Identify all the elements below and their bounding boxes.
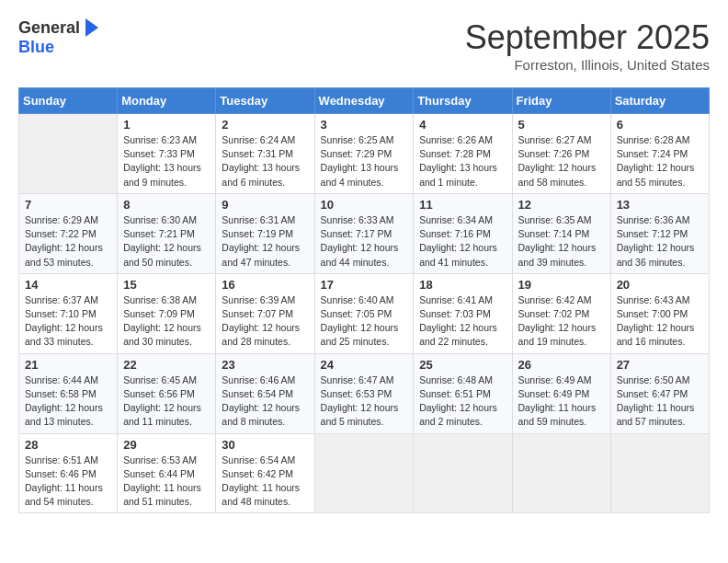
day-info: Sunrise: 6:23 AM Sunset: 7:33 PM Dayligh… (123, 133, 210, 190)
day-info: Sunrise: 6:51 AM Sunset: 6:46 PM Dayligh… (25, 454, 111, 510)
day-number: 17 (321, 278, 408, 292)
calendar-cell: 15Sunrise: 6:38 AM Sunset: 7:09 PM Dayli… (118, 273, 216, 353)
calendar-cell: 2Sunrise: 6:24 AM Sunset: 7:31 PM Daylig… (216, 114, 314, 194)
day-info: Sunrise: 6:53 AM Sunset: 6:44 PM Dayligh… (123, 454, 210, 510)
calendar-cell (512, 433, 610, 513)
day-number: 7 (25, 198, 111, 212)
calendar-cell: 17Sunrise: 6:40 AM Sunset: 7:05 PM Dayli… (314, 273, 414, 353)
calendar-cell: 14Sunrise: 6:37 AM Sunset: 7:10 PM Dayli… (19, 273, 118, 353)
day-info: Sunrise: 6:36 AM Sunset: 7:12 PM Dayligh… (617, 213, 703, 270)
day-number: 16 (222, 278, 308, 292)
day-info: Sunrise: 6:43 AM Sunset: 7:00 PM Dayligh… (617, 293, 703, 350)
day-info: Sunrise: 6:34 AM Sunset: 7:16 PM Dayligh… (419, 213, 506, 270)
calendar-cell: 7Sunrise: 6:29 AM Sunset: 7:22 PM Daylig… (19, 193, 118, 273)
day-number: 27 (617, 358, 703, 372)
day-number: 21 (25, 358, 111, 372)
calendar-header-row: SundayMondayTuesdayWednesdayThursdayFrid… (19, 88, 710, 114)
calendar-cell: 28Sunrise: 6:51 AM Sunset: 6:46 PM Dayli… (19, 433, 118, 513)
day-info: Sunrise: 6:27 AM Sunset: 7:26 PM Dayligh… (518, 133, 605, 190)
calendar-cell: 6Sunrise: 6:28 AM Sunset: 7:24 PM Daylig… (610, 114, 709, 194)
month-title: September 2025 (465, 18, 710, 57)
day-header-monday: Monday (118, 88, 216, 114)
day-number: 29 (123, 438, 210, 452)
calendar-cell: 22Sunrise: 6:45 AM Sunset: 6:56 PM Dayli… (118, 353, 216, 433)
day-info: Sunrise: 6:29 AM Sunset: 7:22 PM Dayligh… (25, 213, 111, 270)
day-info: Sunrise: 6:40 AM Sunset: 7:05 PM Dayligh… (321, 293, 408, 350)
day-number: 25 (419, 358, 506, 372)
calendar-cell: 10Sunrise: 6:33 AM Sunset: 7:17 PM Dayli… (314, 193, 414, 273)
calendar-cell (414, 433, 512, 513)
calendar-table: SundayMondayTuesdayWednesdayThursdayFrid… (18, 87, 710, 513)
calendar-cell: 8Sunrise: 6:30 AM Sunset: 7:21 PM Daylig… (118, 193, 216, 273)
title-section: September 2025 Forreston, Illinois, Unit… (465, 18, 710, 73)
day-number: 6 (617, 118, 703, 132)
calendar-cell: 12Sunrise: 6:35 AM Sunset: 7:14 PM Dayli… (512, 193, 610, 273)
day-number: 10 (321, 198, 408, 212)
page-header: General Blue September 2025 Forreston, I… (18, 18, 710, 73)
calendar-cell: 16Sunrise: 6:39 AM Sunset: 7:07 PM Dayli… (216, 273, 314, 353)
day-info: Sunrise: 6:45 AM Sunset: 6:56 PM Dayligh… (123, 373, 210, 430)
day-number: 2 (222, 118, 308, 132)
day-info: Sunrise: 6:49 AM Sunset: 6:49 PM Dayligh… (518, 373, 605, 430)
calendar-cell: 21Sunrise: 6:44 AM Sunset: 6:58 PM Dayli… (19, 353, 118, 433)
day-header-friday: Friday (512, 88, 610, 114)
day-number: 11 (419, 198, 506, 212)
day-number: 24 (321, 358, 408, 372)
day-info: Sunrise: 6:48 AM Sunset: 6:51 PM Dayligh… (419, 373, 506, 430)
day-number: 14 (25, 278, 111, 292)
calendar-cell (314, 433, 414, 513)
day-header-wednesday: Wednesday (314, 88, 414, 114)
day-number: 12 (518, 198, 605, 212)
calendar-cell: 1Sunrise: 6:23 AM Sunset: 7:33 PM Daylig… (118, 114, 216, 194)
logo: General Blue (18, 18, 98, 57)
calendar-cell: 13Sunrise: 6:36 AM Sunset: 7:12 PM Dayli… (610, 193, 709, 273)
day-number: 30 (222, 438, 308, 452)
location-text: Forreston, Illinois, United States (465, 57, 710, 73)
day-number: 18 (419, 278, 506, 292)
day-number: 26 (518, 358, 605, 372)
calendar-cell: 29Sunrise: 6:53 AM Sunset: 6:44 PM Dayli… (118, 433, 216, 513)
calendar-cell: 19Sunrise: 6:42 AM Sunset: 7:02 PM Dayli… (512, 273, 610, 353)
day-info: Sunrise: 6:31 AM Sunset: 7:19 PM Dayligh… (222, 213, 308, 270)
day-info: Sunrise: 6:38 AM Sunset: 7:09 PM Dayligh… (123, 293, 210, 350)
calendar-week-2: 7Sunrise: 6:29 AM Sunset: 7:22 PM Daylig… (19, 193, 710, 273)
calendar-cell: 26Sunrise: 6:49 AM Sunset: 6:49 PM Dayli… (512, 353, 610, 433)
calendar-cell: 5Sunrise: 6:27 AM Sunset: 7:26 PM Daylig… (512, 114, 610, 194)
day-number: 13 (617, 198, 703, 212)
day-number: 8 (123, 198, 210, 212)
day-number: 22 (123, 358, 210, 372)
day-info: Sunrise: 6:30 AM Sunset: 7:21 PM Dayligh… (123, 213, 210, 270)
day-info: Sunrise: 6:39 AM Sunset: 7:07 PM Dayligh… (222, 293, 308, 350)
calendar-cell: 11Sunrise: 6:34 AM Sunset: 7:16 PM Dayli… (414, 193, 512, 273)
day-number: 15 (123, 278, 210, 292)
calendar-cell: 25Sunrise: 6:48 AM Sunset: 6:51 PM Dayli… (414, 353, 512, 433)
day-header-tuesday: Tuesday (216, 88, 314, 114)
day-info: Sunrise: 6:44 AM Sunset: 6:58 PM Dayligh… (25, 373, 111, 430)
calendar-cell: 4Sunrise: 6:26 AM Sunset: 7:28 PM Daylig… (414, 114, 512, 194)
calendar-week-5: 28Sunrise: 6:51 AM Sunset: 6:46 PM Dayli… (19, 433, 710, 513)
day-number: 28 (25, 438, 111, 452)
day-number: 1 (123, 118, 210, 132)
day-info: Sunrise: 6:41 AM Sunset: 7:03 PM Dayligh… (419, 293, 506, 350)
day-info: Sunrise: 6:24 AM Sunset: 7:31 PM Dayligh… (222, 133, 308, 190)
calendar-cell: 23Sunrise: 6:46 AM Sunset: 6:54 PM Dayli… (216, 353, 314, 433)
day-number: 5 (518, 118, 605, 132)
day-info: Sunrise: 6:26 AM Sunset: 7:28 PM Dayligh… (419, 133, 506, 190)
day-info: Sunrise: 6:54 AM Sunset: 6:42 PM Dayligh… (222, 454, 308, 510)
day-info: Sunrise: 6:46 AM Sunset: 6:54 PM Dayligh… (222, 373, 308, 430)
day-header-thursday: Thursday (414, 88, 512, 114)
day-info: Sunrise: 6:37 AM Sunset: 7:10 PM Dayligh… (25, 293, 111, 350)
day-info: Sunrise: 6:33 AM Sunset: 7:17 PM Dayligh… (321, 213, 408, 270)
logo-blue-text: Blue (18, 38, 54, 57)
day-info: Sunrise: 6:35 AM Sunset: 7:14 PM Dayligh… (518, 213, 605, 270)
calendar-cell: 27Sunrise: 6:50 AM Sunset: 6:47 PM Dayli… (610, 353, 709, 433)
logo-general-text: General (18, 18, 80, 38)
day-number: 9 (222, 198, 308, 212)
day-info: Sunrise: 6:42 AM Sunset: 7:02 PM Dayligh… (518, 293, 605, 350)
calendar-cell: 24Sunrise: 6:47 AM Sunset: 6:53 PM Dayli… (314, 353, 414, 433)
day-info: Sunrise: 6:47 AM Sunset: 6:53 PM Dayligh… (321, 373, 408, 430)
calendar-cell: 30Sunrise: 6:54 AM Sunset: 6:42 PM Dayli… (216, 433, 314, 513)
calendar-week-3: 14Sunrise: 6:37 AM Sunset: 7:10 PM Dayli… (19, 273, 710, 353)
day-number: 19 (518, 278, 605, 292)
day-info: Sunrise: 6:50 AM Sunset: 6:47 PM Dayligh… (617, 373, 703, 430)
